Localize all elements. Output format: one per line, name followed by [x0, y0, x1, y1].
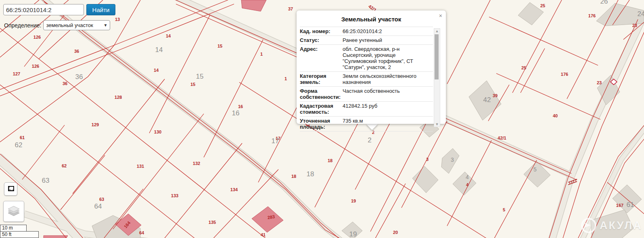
popup-row: Кадастровая стоимость:412842.15 руб — [300, 102, 433, 117]
definition-row: Определение: земельный участок ▼ — [4, 20, 110, 30]
building-pink — [252, 207, 283, 232]
popup-rows: Кад. номер:66:25:0201014:2Статус:Ранее у… — [300, 27, 433, 132]
building-gray — [469, 81, 501, 120]
popup-row: Статус:Ранее учтенный — [300, 36, 433, 45]
definition-select[interactable]: земельный участок ▼ — [43, 20, 110, 30]
popup-row-value: Ранее учтенный — [341, 37, 431, 43]
search-button[interactable]: Найти — [86, 4, 115, 15]
popup-row-value: 735 кв.м — [341, 118, 431, 130]
popup-row-label: Уточненная площадь: — [300, 118, 341, 130]
popup-scrollbar[interactable]: ▲ ▼ — [434, 28, 440, 127]
popup-row-value: Частная собственность — [341, 88, 431, 100]
definition-label: Определение: — [4, 22, 41, 29]
building-gray — [342, 222, 362, 238]
scrollbar-thumb[interactable] — [435, 34, 439, 79]
popup-row-label: Статус: — [300, 37, 341, 43]
close-icon[interactable]: × — [439, 13, 442, 19]
popup-row-value: обл. Свердловская, р-н Сысертский, урочи… — [341, 46, 431, 70]
popup-row-label: Категория земель: — [300, 73, 341, 85]
popup-row-value: 412842.15 руб — [341, 103, 431, 115]
popup-row: Уточненная площадь:735 кв.м — [300, 117, 433, 132]
popup-row-value: 66:25:0201014:2 — [341, 28, 431, 34]
popup-row-label: Форма собственности: — [300, 88, 341, 100]
parcel-info-popup: × Земельный участок Кад. номер:66:25:020… — [297, 10, 446, 124]
building-gray — [596, 3, 644, 26]
search-bar: Найти — [3, 4, 115, 15]
cadastral-map[interactable]: 1263612612736361281291306162621311321336… — [0, 0, 644, 238]
layers-button[interactable] — [3, 201, 24, 222]
ruler-icon — [7, 185, 15, 193]
measure-button[interactable] — [4, 182, 17, 196]
building-gray — [613, 185, 642, 213]
popup-row: Форма собственности:Частная собственност… — [300, 87, 433, 102]
scale-bar: 10 m 50 ft — [0, 225, 39, 238]
popup-row-label: Кад. номер: — [300, 28, 341, 34]
chevron-down-icon: ▼ — [104, 23, 108, 27]
building-pink — [44, 236, 68, 238]
popup-row: Адрес:обл. Свердловская, р-н Сысертский,… — [300, 45, 433, 72]
scroll-down-icon[interactable]: ▼ — [434, 122, 440, 126]
layers-icon — [6, 205, 21, 218]
popup-row-value: Земли сельскохозяйственного назначения — [341, 73, 431, 85]
building-gray — [441, 148, 459, 173]
scroll-up-icon[interactable]: ▲ — [434, 29, 440, 33]
popup-row-label: Кадастровая стоимость: — [300, 103, 341, 115]
popup-row: Кад. номер:66:25:0201014:2 — [300, 27, 433, 36]
building-gray — [453, 172, 476, 195]
definition-value: земельный участок — [46, 22, 93, 28]
search-input[interactable] — [3, 4, 84, 15]
popup-row: Категория земель:Земли сельскохозяйствен… — [300, 72, 433, 87]
building-pink — [241, 0, 266, 11]
popup-row-label: Адрес: — [300, 46, 341, 70]
building-gray — [518, 2, 544, 25]
scale-metric: 10 m — [0, 225, 27, 232]
scale-imperial: 50 ft — [0, 231, 39, 238]
popup-title: Земельный участок — [297, 10, 446, 23]
